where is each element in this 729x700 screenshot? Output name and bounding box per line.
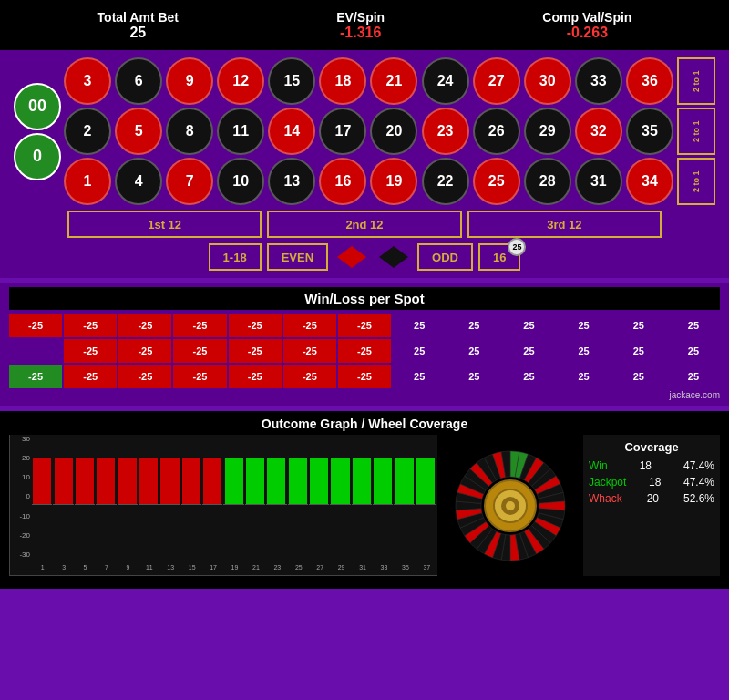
number-cell-35[interactable]: 35 xyxy=(626,108,673,155)
number-cell-23[interactable]: 23 xyxy=(422,108,469,155)
number-cell-2[interactable]: 2 xyxy=(64,108,111,155)
x-label-9: 19 xyxy=(224,564,245,571)
wl-cell-r2-c8: 25 xyxy=(447,365,500,388)
chip-overlay: 25 xyxy=(508,238,526,256)
comp-val-spin-value: -0.263 xyxy=(542,25,631,41)
bar-group-18 xyxy=(416,449,436,559)
x-label-11: 23 xyxy=(267,564,288,571)
wl-cell-r2-c6: -25 xyxy=(338,365,391,388)
number-cell-18[interactable]: 18 xyxy=(319,57,366,105)
winloss-grid: -25-25-25-25-25-25-25252525252525-25-25-… xyxy=(9,314,720,388)
number-cell-10[interactable]: 10 xyxy=(217,158,264,205)
number-cell-21[interactable]: 21 xyxy=(370,57,417,105)
wl-cell-r0-c10: 25 xyxy=(558,314,611,337)
number-cell-28[interactable]: 28 xyxy=(524,158,571,205)
bar-group-2 xyxy=(75,449,95,559)
x-label-0: 1 xyxy=(32,564,53,571)
number-cell-17[interactable]: 17 xyxy=(319,108,366,155)
number-cell-13[interactable]: 13 xyxy=(268,158,315,205)
x-label-10: 21 xyxy=(245,564,266,571)
ev-spin-group: EV/Spin -1.316 xyxy=(336,10,385,41)
number-cell-14[interactable]: 14 xyxy=(268,108,315,155)
number-cell-33[interactable]: 33 xyxy=(575,57,622,105)
odd-btn[interactable]: ODD xyxy=(417,243,473,271)
col-bet-bot[interactable]: 2 to 1 xyxy=(677,158,715,205)
number-cell-20[interactable]: 20 xyxy=(370,108,417,155)
wl-cell-r1-c1: -25 xyxy=(64,339,117,363)
number-cell-5[interactable]: 5 xyxy=(115,108,162,155)
number-cell-9[interactable]: 9 xyxy=(166,57,213,105)
x-label-12: 25 xyxy=(288,564,309,571)
comp-val-spin-label: Comp Val/Spin xyxy=(542,10,631,25)
wl-cell-r0-c9: 25 xyxy=(502,314,555,337)
number-cell-6[interactable]: 6 xyxy=(115,57,162,105)
wl-cell-r0-c11: 25 xyxy=(612,314,665,337)
bar-group-6 xyxy=(159,449,180,559)
wl-cell-r1-c4: -25 xyxy=(229,339,282,363)
coverage-jackpot-count: 18 xyxy=(649,476,661,489)
wl-cell-r2-c11: 25 xyxy=(612,365,665,388)
number-cell-1[interactable]: 1 xyxy=(64,158,111,205)
coverage-panel: Coverage Win 18 47.4% Jackpot 18 47.4% W… xyxy=(583,435,720,576)
number-cell-26[interactable]: 26 xyxy=(473,108,520,155)
wl-cell-r0-c5: -25 xyxy=(283,314,336,337)
total-amt-bet-label: Total Amt Bet xyxy=(98,10,179,25)
number-cell-16[interactable]: 16 xyxy=(319,158,366,205)
wl-cell-r1-c5: -25 xyxy=(283,339,336,363)
second-dozen-btn[interactable]: 2nd 12 xyxy=(267,211,461,238)
number-cell-4[interactable]: 4 xyxy=(115,158,162,205)
bar-group-0 xyxy=(32,449,52,559)
number-cell-15[interactable]: 15 xyxy=(268,57,315,105)
roulette-section: 00 0 36912151821242730333625811141720232… xyxy=(0,50,729,278)
svg-marker-0 xyxy=(337,246,366,268)
number-cell-31[interactable]: 31 xyxy=(575,158,622,205)
wl-cell-r1-c7: 25 xyxy=(393,339,446,363)
number-cell-22[interactable]: 22 xyxy=(422,158,469,205)
jackace-credit: jackace.com xyxy=(9,390,720,400)
bar-group-7 xyxy=(181,449,201,559)
number-cell-27[interactable]: 27 xyxy=(473,57,520,105)
number-cell-34[interactable]: 34 xyxy=(626,158,673,205)
wl-cell-r1-c3: -25 xyxy=(173,339,226,363)
number-cell-32[interactable]: 32 xyxy=(575,108,622,155)
number-cell-25[interactable]: 25 xyxy=(473,158,520,205)
number-cell-8[interactable]: 8 xyxy=(166,108,213,155)
x-label-1: 3 xyxy=(53,564,74,571)
y-axis: 30 20 10 0 -10 -20 -30 xyxy=(10,435,32,559)
nineteen-36-label: 1 xyxy=(493,251,499,264)
nineteen-to-36-btn[interactable]: 1 25 6 xyxy=(478,243,520,271)
number-cell-30[interactable]: 30 xyxy=(524,57,571,105)
number-cell-29[interactable]: 29 xyxy=(524,108,571,155)
nineteen-36-label2: 6 xyxy=(499,251,506,264)
x-label-3: 7 xyxy=(96,564,117,571)
number-cell-12[interactable]: 12 xyxy=(217,57,264,105)
double-zero-cell[interactable]: 00 xyxy=(14,83,61,130)
svg-point-5 xyxy=(506,501,515,510)
wl-cell-r2-c5: -25 xyxy=(283,365,336,388)
coverage-jackpot-label: Jackpot xyxy=(589,476,626,489)
ev-spin-value: -1.316 xyxy=(336,25,385,41)
ev-spin-label: EV/Spin xyxy=(336,10,385,25)
bar-group-5 xyxy=(139,449,159,559)
black-diamond-btn[interactable] xyxy=(375,243,412,271)
wl-cell-r1-c2: -25 xyxy=(118,339,171,363)
wl-cell-r0-c4: -25 xyxy=(229,314,282,337)
x-label-17: 35 xyxy=(395,564,416,571)
number-cell-19[interactable]: 19 xyxy=(370,158,417,205)
col-bet-top[interactable]: 2 to 1 xyxy=(677,57,715,105)
even-btn[interactable]: EVEN xyxy=(267,243,328,271)
first-dozen-btn[interactable]: 1st 12 xyxy=(67,211,262,238)
third-dozen-btn[interactable]: 3rd 12 xyxy=(467,211,662,238)
number-cell-11[interactable]: 11 xyxy=(217,108,264,155)
number-cell-3[interactable]: 3 xyxy=(64,57,111,105)
number-cell-36[interactable]: 36 xyxy=(626,57,673,105)
red-diamond-btn[interactable] xyxy=(334,243,370,271)
col-bet-mid[interactable]: 2 to 1 xyxy=(677,108,715,155)
one-to-eighteen-btn[interactable]: 1-18 xyxy=(209,243,262,271)
number-cell-24[interactable]: 24 xyxy=(422,57,469,105)
zero-cell[interactable]: 0 xyxy=(14,133,61,180)
coverage-whack-label: Whack xyxy=(589,492,622,505)
wl-cell-r0-c12: 25 xyxy=(667,314,720,337)
number-cell-7[interactable]: 7 xyxy=(166,158,213,205)
outcome-section: Outcome Graph / Wheel Coverage 30 20 10 … xyxy=(0,411,729,589)
